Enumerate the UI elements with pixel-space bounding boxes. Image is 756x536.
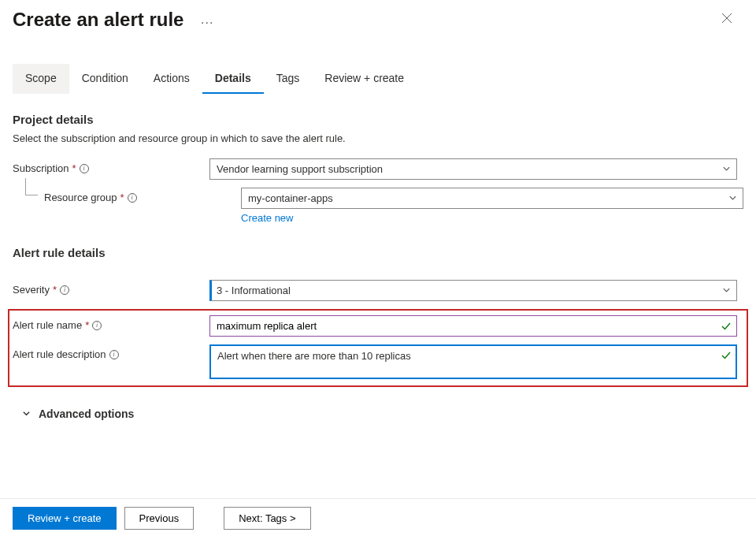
highlight-annotation: Alert rule name * i Alert rule descripti…: [8, 309, 748, 387]
close-icon[interactable]: [715, 6, 739, 32]
info-icon[interactable]: i: [128, 193, 137, 203]
subscription-label: Subscription: [13, 162, 69, 174]
required-marker: *: [120, 192, 124, 203]
resource-group-value: my-container-apps: [248, 192, 333, 204]
page-title: Create an alert rule: [13, 9, 183, 30]
tree-connector: [25, 178, 38, 195]
alert-rule-name-label: Alert rule name: [13, 319, 82, 331]
advanced-options-label: Advanced options: [39, 408, 134, 420]
footer-actions: Review + create Previous Next: Tags >: [0, 498, 756, 530]
severity-select[interactable]: 3 - Informational: [209, 280, 737, 301]
severity-label: Severity: [13, 284, 50, 296]
required-marker: *: [53, 284, 57, 296]
create-new-link[interactable]: Create new: [241, 212, 293, 224]
tab-review-create[interactable]: Review + create: [312, 64, 417, 94]
tab-bar: Scope Condition Actions Details Tags Rev…: [0, 32, 756, 94]
project-details-subtext: Select the subscription and resource gro…: [13, 132, 743, 144]
chevron-down-icon: [722, 285, 731, 296]
tab-actions[interactable]: Actions: [141, 64, 202, 94]
severity-value: 3 - Informational: [217, 285, 291, 296]
check-icon: [721, 351, 731, 363]
alert-rule-name-input[interactable]: [209, 315, 737, 337]
tab-scope[interactable]: Scope: [13, 64, 69, 94]
resource-group-label: Resource group: [44, 192, 117, 203]
chevron-down-icon: [728, 192, 737, 204]
subscription-value: Vendor learning support subscription: [217, 163, 383, 175]
info-icon[interactable]: i: [60, 285, 69, 295]
info-icon[interactable]: i: [109, 350, 119, 359]
more-options-icon[interactable]: ···: [201, 16, 213, 29]
chevron-down-icon: [722, 163, 731, 175]
subscription-select[interactable]: Vendor learning support subscription: [209, 158, 737, 180]
previous-button[interactable]: Previous: [124, 507, 195, 530]
required-marker: *: [85, 319, 89, 331]
tab-tags[interactable]: Tags: [264, 64, 313, 94]
review-create-button[interactable]: Review + create: [13, 507, 117, 530]
chevron-down-icon: [22, 408, 31, 420]
resource-group-select[interactable]: my-container-apps: [241, 188, 743, 209]
alert-rule-description-input[interactable]: Alert when there are more than 10 replic…: [209, 344, 737, 379]
project-details-heading: Project details: [13, 113, 743, 126]
info-icon[interactable]: i: [80, 164, 89, 173]
alert-rule-description-label: Alert rule description: [13, 348, 106, 360]
advanced-options-toggle[interactable]: Advanced options: [22, 408, 743, 420]
next-button[interactable]: Next: Tags >: [224, 507, 310, 530]
alert-rule-details-heading: Alert rule details: [13, 246, 743, 259]
check-icon: [721, 322, 731, 333]
info-icon[interactable]: i: [92, 321, 102, 330]
tab-details[interactable]: Details: [202, 64, 264, 94]
tab-condition[interactable]: Condition: [69, 64, 141, 94]
required-marker: *: [72, 162, 76, 174]
